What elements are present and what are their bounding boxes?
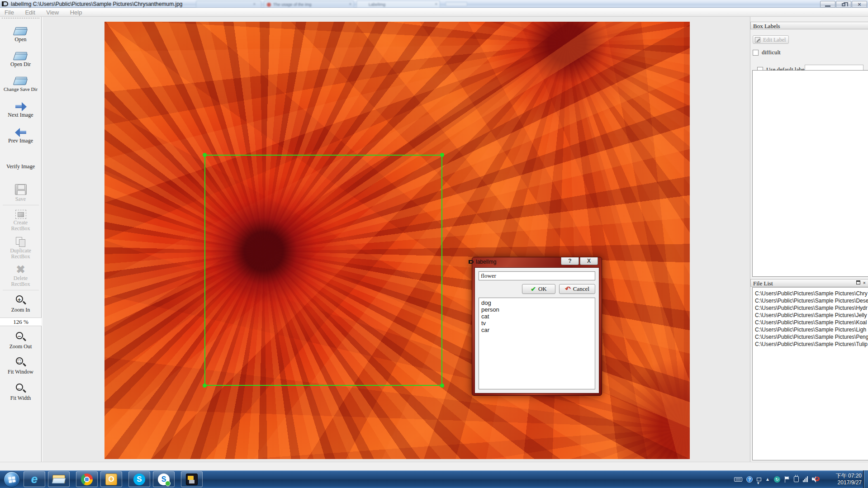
delete-rectbox-button[interactable]: ✖ Delete RectBox <box>0 263 41 287</box>
show-desktop-button[interactable] <box>863 470 868 488</box>
new-tab-button[interactable] <box>446 2 467 6</box>
zoom-level-field[interactable]: 126 % <box>0 317 42 326</box>
clock-area[interactable]: 下午 07:20 2017/9/27 <box>836 470 862 488</box>
dialog-title: labelImg <box>476 259 496 265</box>
label-input[interactable] <box>479 271 595 280</box>
difficult-checkbox[interactable] <box>753 50 759 56</box>
restore-button[interactable] <box>836 1 851 8</box>
menu-help[interactable]: Help <box>66 8 87 17</box>
tray-help-icon[interactable]: ? <box>746 476 753 483</box>
taskbar-internet-explorer[interactable]: e <box>24 471 45 487</box>
create-rectbox-button[interactable]: Create RectBox <box>0 208 41 232</box>
dialog-help-button[interactable]: ? <box>561 257 579 265</box>
system-tray: ? ▲ ↻ <box>734 470 818 488</box>
menu-file[interactable]: File <box>0 8 19 17</box>
tab-close-icon[interactable]: × <box>435 2 437 6</box>
sync-icon[interactable]: ↻ <box>774 476 780 483</box>
open-dir-button[interactable]: Open Dir <box>0 49 41 67</box>
taskbar-labelimg[interactable] <box>181 471 203 487</box>
fit-window-icon: ⛶ <box>15 357 26 368</box>
menu-edit[interactable]: Edit <box>20 8 39 17</box>
dock-float-icon[interactable] <box>856 280 860 284</box>
chrome-icon <box>81 474 93 485</box>
save-button[interactable]: Save <box>0 182 41 202</box>
preset-label-item[interactable]: cat <box>481 313 595 320</box>
taskbar-skype-business[interactable]: S <box>153 471 175 487</box>
dock-close-icon[interactable]: × <box>863 280 866 285</box>
file-list-item[interactable]: C:\Users\Public\Pictures\Sample Pictures… <box>753 290 868 297</box>
fit-width-button[interactable]: ↔ Fit Width <box>0 381 41 401</box>
preset-label-list[interactable]: dog person cat tv car <box>479 298 595 389</box>
preset-label-item[interactable]: car <box>481 327 595 333</box>
minimize-icon <box>825 5 830 7</box>
menu-view[interactable]: View <box>42 8 63 17</box>
difficult-label: difficult <box>762 49 781 56</box>
delete-x-icon: ✖ <box>16 265 25 275</box>
close-icon: × <box>852 1 867 8</box>
file-list[interactable]: C:\Users\Public\Pictures\Sample Pictures… <box>752 287 868 460</box>
network-signal-icon[interactable] <box>803 476 808 482</box>
box-labels-header[interactable]: Box Labels <box>750 22 868 29</box>
dialog-close-button[interactable]: X <box>580 257 598 265</box>
duplicate-rectbox-button[interactable]: Duplicate RectBox <box>0 235 41 260</box>
toolbar-drag-handle[interactable] <box>2 18 39 20</box>
file-list-item[interactable]: C:\Users\Public\Pictures\Sample Pictures… <box>753 297 868 304</box>
next-image-button[interactable]: Next Image <box>0 99 41 118</box>
dialog-client-area: ✔ OK ↶ Cancel dog person cat tv car <box>474 267 599 393</box>
file-list-item[interactable]: C:\Users\Public\Pictures\Sample Pictures… <box>753 341 868 348</box>
hidden-icons-arrow[interactable]: ▲ <box>765 477 770 482</box>
preset-label-item[interactable]: tv <box>481 320 595 327</box>
bbox-handle-bottom-right[interactable] <box>440 384 444 388</box>
preset-label-item[interactable]: person <box>481 306 595 313</box>
action-center-flag-icon[interactable] <box>784 476 790 483</box>
edit-label-button[interactable]: Edit Label <box>753 35 789 44</box>
difficult-row: difficult <box>753 49 868 56</box>
tab-close-icon[interactable]: × <box>349 2 351 6</box>
file-list-item[interactable]: C:\Users\Public\Pictures\Sample Pictures… <box>753 312 868 319</box>
arrow-left-icon <box>14 128 27 137</box>
taskbar-windows-explorer[interactable] <box>48 471 70 487</box>
tray-window-icon[interactable] <box>757 478 761 481</box>
tray-date: 2017/9/27 <box>836 479 862 486</box>
ok-button[interactable]: ✔ OK <box>522 284 555 294</box>
skype-icon: S <box>133 474 145 485</box>
fit-window-button[interactable]: ⛶ Fit Window <box>0 355 41 375</box>
browser-tab-1[interactable]: The usage of the img × <box>264 0 354 7</box>
file-list-item[interactable]: C:\Users\Public\Pictures\Sample Pictures… <box>753 319 868 326</box>
preset-label-item[interactable]: dog <box>481 299 595 306</box>
volume-muted-icon[interactable] <box>812 476 818 482</box>
browser-tab-2[interactable]: LabelImg × <box>356 0 440 7</box>
taskbar-outlook[interactable]: O <box>100 471 122 487</box>
screen: labelImg C:\Users\Public\Pictures\Sample… <box>0 0 868 488</box>
minimize-button[interactable] <box>820 1 835 8</box>
open-button[interactable]: Open <box>0 24 41 43</box>
box-labels-list[interactable] <box>752 70 868 277</box>
verify-image-button[interactable]: Verify Image <box>0 164 41 170</box>
change-save-dir-button[interactable]: Change Save Dir <box>0 74 41 92</box>
annotation-bounding-box[interactable] <box>204 155 442 386</box>
prev-image-button[interactable]: Prev Image <box>0 125 41 144</box>
browser-tab-partial[interactable]: × <box>196 0 261 7</box>
outlook-icon: O <box>105 474 117 485</box>
bbox-handle-bottom-left[interactable] <box>203 384 207 388</box>
image-canvas[interactable] <box>42 17 750 462</box>
window-title: labelImg C:\Users\Public\Pictures\Sample… <box>11 1 182 7</box>
zoom-in-button[interactable]: + Zoom In <box>0 293 41 313</box>
close-button[interactable]: × <box>852 1 867 8</box>
folder-icon <box>52 475 65 484</box>
cancel-button[interactable]: ↶ Cancel <box>559 284 595 294</box>
start-button[interactable] <box>4 471 20 488</box>
file-list-item[interactable]: C:\Users\Public\Pictures\Sample Pictures… <box>753 326 868 333</box>
tab-favicon <box>267 3 271 7</box>
taskbar-skype[interactable]: S <box>128 471 150 487</box>
zoom-out-button[interactable]: − Zoom Out <box>0 330 41 350</box>
taskbar-chrome[interactable] <box>76 471 98 487</box>
file-list-item[interactable]: C:\Users\Public\Pictures\Sample Pictures… <box>753 304 868 312</box>
bbox-handle-top-right[interactable] <box>440 153 444 157</box>
keyboard-icon[interactable] <box>734 477 742 482</box>
app-body: Open Open Dir Change Save Dir Next Image… <box>0 17 868 462</box>
power-plug-icon[interactable] <box>794 476 799 482</box>
file-list-header[interactable]: File List × <box>750 279 868 287</box>
file-list-item[interactable]: C:\Users\Public\Pictures\Sample Pictures… <box>753 333 868 341</box>
bbox-handle-top-left[interactable] <box>203 153 207 157</box>
